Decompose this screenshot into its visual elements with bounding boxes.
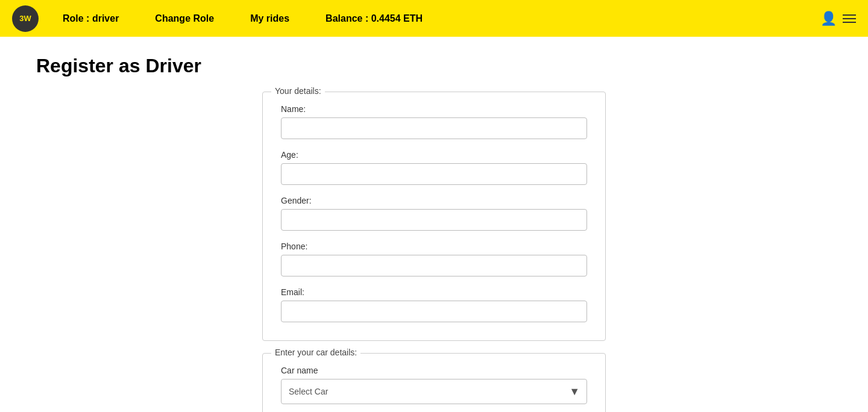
name-label: Name: [281, 104, 587, 114]
phone-group: Phone: [281, 242, 587, 276]
car-name-select[interactable]: Select Car Toyota Camry Honda Civic Ford… [281, 379, 587, 404]
logo[interactable]: 3W [12, 5, 39, 32]
gender-group: Gender: [281, 196, 587, 231]
email-input[interactable] [281, 301, 587, 322]
gender-label: Gender: [281, 196, 587, 205]
car-details-legend: Enter your car details: [271, 348, 360, 357]
change-role-link[interactable]: Change Role [155, 13, 214, 24]
name-input[interactable] [281, 117, 587, 139]
car-name-group: Car name Select Car Toyota Camry Honda C… [281, 366, 587, 404]
age-input[interactable] [281, 163, 587, 185]
age-label: Age: [281, 150, 587, 160]
age-group: Age: [281, 150, 587, 185]
my-rides-link[interactable]: My rides [250, 13, 289, 24]
menu-icon[interactable] [843, 14, 856, 23]
logo-text: 3W [19, 14, 31, 23]
role-label: Role : driver [63, 13, 119, 24]
user-icon[interactable]: 👤 [820, 11, 837, 27]
gender-input[interactable] [281, 209, 587, 231]
navbar-links: Role : driver Change Role My rides Balan… [63, 13, 820, 24]
name-group: Name: [281, 104, 587, 139]
car-select-wrapper: Select Car Toyota Camry Honda Civic Ford… [281, 379, 587, 404]
phone-input[interactable] [281, 255, 587, 276]
your-details-section: Your details: Name: Age: Gender: Phone: … [262, 92, 606, 341]
your-details-legend: Your details: [271, 86, 325, 96]
your-details-box: Your details: Name: Age: Gender: Phone: … [262, 92, 606, 341]
car-details-section: Enter your car details: Car name Select … [262, 353, 606, 412]
car-name-label: Car name [281, 366, 587, 375]
balance-display: Balance : 0.4454 ETH [326, 13, 423, 24]
main-content: Register as Driver Your details: Name: A… [0, 37, 868, 412]
email-group: Email: [281, 287, 587, 322]
navbar: 3W Role : driver Change Role My rides Ba… [0, 0, 868, 37]
email-label: Email: [281, 287, 587, 297]
navbar-icons: 👤 [820, 11, 856, 27]
page-title: Register as Driver [36, 55, 832, 77]
phone-label: Phone: [281, 242, 587, 251]
car-details-box: Enter your car details: Car name Select … [262, 353, 606, 412]
